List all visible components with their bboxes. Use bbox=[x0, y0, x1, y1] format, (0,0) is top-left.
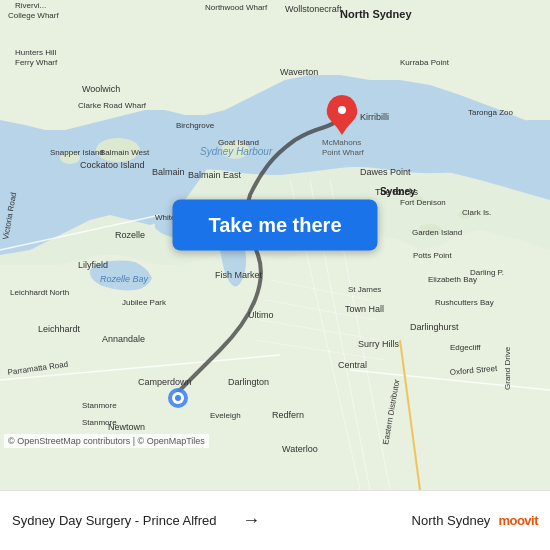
svg-text:St James: St James bbox=[348, 285, 381, 294]
svg-text:Fish Market: Fish Market bbox=[215, 270, 263, 280]
svg-point-23 bbox=[175, 395, 181, 401]
svg-text:Stanmore: Stanmore bbox=[82, 401, 117, 410]
route-origin: Sydney Day Surgery - Prince Alfred bbox=[12, 513, 234, 528]
svg-text:McMahons: McMahons bbox=[322, 138, 361, 147]
svg-text:Camperdown: Camperdown bbox=[138, 377, 192, 387]
svg-text:Taronga Zoo: Taronga Zoo bbox=[468, 108, 513, 117]
svg-text:Eveleigh: Eveleigh bbox=[210, 411, 241, 420]
bottom-bar: Sydney Day Surgery - Prince Alfred → Nor… bbox=[0, 490, 550, 550]
svg-text:Kirribilli: Kirribilli bbox=[360, 112, 389, 122]
svg-text:Clarke Road Wharf: Clarke Road Wharf bbox=[78, 101, 147, 110]
svg-text:Balmain West: Balmain West bbox=[100, 148, 150, 157]
svg-text:Leichhardt North: Leichhardt North bbox=[10, 288, 69, 297]
svg-text:Dawes Point: Dawes Point bbox=[360, 167, 411, 177]
svg-text:Rozelle Bay: Rozelle Bay bbox=[100, 274, 149, 284]
svg-text:Darlinghurst: Darlinghurst bbox=[410, 322, 459, 332]
svg-point-25 bbox=[338, 106, 346, 114]
svg-text:Balmain: Balmain bbox=[152, 167, 185, 177]
svg-text:Kurraba Point: Kurraba Point bbox=[400, 58, 450, 67]
svg-text:Lilyfield: Lilyfield bbox=[78, 260, 108, 270]
moovit-logo: moovit bbox=[498, 513, 538, 528]
map-container: North Sydney Cockatoo Island Waverton Ki… bbox=[0, 0, 550, 490]
svg-text:Edgecliff: Edgecliff bbox=[450, 343, 481, 352]
svg-text:Potts Point: Potts Point bbox=[413, 251, 452, 260]
svg-text:Cockatoo Island: Cockatoo Island bbox=[80, 160, 145, 170]
svg-text:Grand Drive: Grand Drive bbox=[503, 346, 512, 390]
svg-text:Town Hall: Town Hall bbox=[345, 304, 384, 314]
svg-text:Hunters Hill: Hunters Hill bbox=[15, 48, 57, 57]
svg-text:Rivervi...: Rivervi... bbox=[15, 1, 46, 10]
svg-text:Jubilee Park: Jubilee Park bbox=[122, 298, 167, 307]
route-arrow-icon: → bbox=[242, 510, 260, 531]
svg-text:Leichhardt: Leichhardt bbox=[38, 324, 81, 334]
svg-text:Sydney: Sydney bbox=[380, 186, 416, 197]
svg-text:Stanmore: Stanmore bbox=[82, 418, 117, 427]
svg-text:Waverton: Waverton bbox=[280, 67, 318, 77]
svg-text:Central: Central bbox=[338, 360, 367, 370]
svg-text:Ferry Wharf: Ferry Wharf bbox=[15, 58, 58, 67]
svg-text:Rushcutters Bay: Rushcutters Bay bbox=[435, 298, 494, 307]
svg-text:College Wharf: College Wharf bbox=[8, 11, 59, 20]
svg-text:Darling P.: Darling P. bbox=[470, 268, 504, 277]
map-attribution: © OpenStreetMap contributors | © OpenMap… bbox=[4, 434, 209, 448]
svg-text:Surry Hills: Surry Hills bbox=[358, 339, 400, 349]
svg-text:Redfern: Redfern bbox=[272, 410, 304, 420]
svg-text:Wollstonecraft: Wollstonecraft bbox=[285, 4, 342, 14]
svg-text:Ultimo: Ultimo bbox=[248, 310, 274, 320]
svg-text:Point Wharf: Point Wharf bbox=[322, 148, 365, 157]
svg-text:Rozelle: Rozelle bbox=[115, 230, 145, 240]
svg-text:Snapper Island: Snapper Island bbox=[50, 148, 104, 157]
svg-text:Woolwich: Woolwich bbox=[82, 84, 120, 94]
svg-text:Darlington: Darlington bbox=[228, 377, 269, 387]
take-me-there-button[interactable]: Take me there bbox=[172, 200, 377, 251]
svg-text:Northwood Wharf: Northwood Wharf bbox=[205, 3, 268, 12]
svg-text:Birchgrove: Birchgrove bbox=[176, 121, 215, 130]
svg-text:Annandale: Annandale bbox=[102, 334, 145, 344]
route-destination: North Sydney bbox=[268, 513, 490, 528]
svg-text:Clark Is.: Clark Is. bbox=[462, 208, 491, 217]
svg-text:North Sydney: North Sydney bbox=[340, 8, 412, 20]
svg-text:Sydney Harbour: Sydney Harbour bbox=[200, 146, 273, 157]
moovit-logo-text: moovit bbox=[498, 513, 538, 528]
svg-text:Garden Island: Garden Island bbox=[412, 228, 462, 237]
svg-text:Fort Denison: Fort Denison bbox=[400, 198, 446, 207]
svg-text:Waterloo: Waterloo bbox=[282, 444, 318, 454]
svg-text:Balmain East: Balmain East bbox=[188, 170, 242, 180]
